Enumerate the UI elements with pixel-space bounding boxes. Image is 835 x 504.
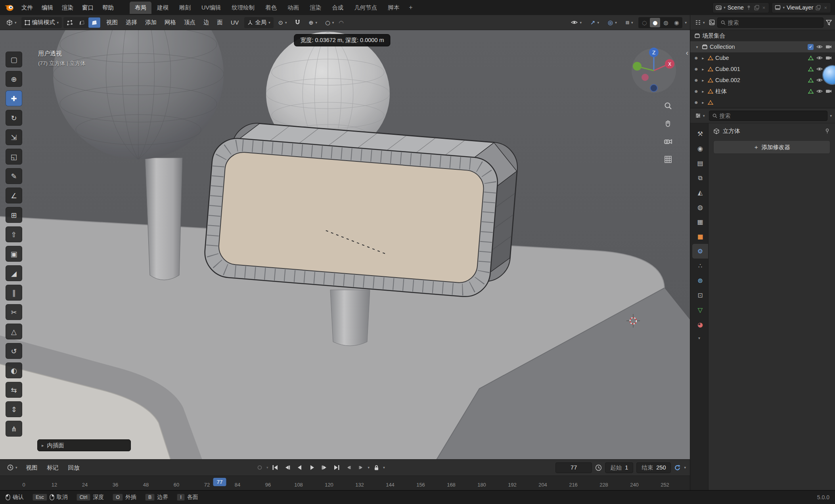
tool-move[interactable]: ✚ bbox=[6, 90, 22, 106]
outliner-row-cylinder[interactable]: ● ▸ 柱体 bbox=[690, 86, 835, 97]
outliner-row-cube[interactable]: ● ▸ Cube bbox=[690, 52, 835, 63]
viewport-canvas[interactable] bbox=[0, 30, 690, 459]
eye-icon[interactable] bbox=[816, 44, 823, 49]
tool-inset-faces[interactable]: ▣ bbox=[6, 246, 22, 262]
outliner-editor-type-button[interactable]: ▾ bbox=[693, 17, 707, 28]
properties-tab-physics[interactable]: ⊚ bbox=[692, 273, 708, 288]
properties-tab-object[interactable]: ■ bbox=[692, 229, 708, 244]
overlays-toggle[interactable]: ◎▾ bbox=[605, 17, 620, 28]
snap-toggle[interactable] bbox=[291, 17, 304, 28]
timeline-menu-marker[interactable]: 标记 bbox=[43, 462, 63, 473]
workspace-tab[interactable]: 着色 bbox=[260, 2, 282, 14]
expand-arrow-icon[interactable]: ▸ bbox=[700, 100, 706, 105]
workspace-tab[interactable]: UV编辑 bbox=[196, 2, 226, 14]
vertex-select-button[interactable] bbox=[64, 17, 76, 28]
viewport-menu[interactable]: 添加 bbox=[141, 17, 161, 28]
frame-step-back-button[interactable] bbox=[343, 462, 354, 473]
tool-annotate[interactable]: ✎ bbox=[6, 168, 22, 184]
expand-arrow-icon[interactable]: ▸ bbox=[700, 56, 706, 60]
snap-settings[interactable]: ⊕▾ bbox=[305, 17, 320, 28]
scene-selector[interactable]: ▾ Scene × bbox=[712, 2, 769, 13]
properties-search-input[interactable] bbox=[720, 113, 824, 119]
tool-bevel[interactable]: ◢ bbox=[6, 265, 22, 281]
topbar-menu[interactable]: 编辑 bbox=[38, 2, 57, 13]
workspace-tab[interactable]: 渲染 bbox=[305, 2, 326, 14]
mode-selector[interactable]: 编辑模式 ▾ bbox=[21, 17, 62, 28]
properties-tab-particles[interactable]: ∴ bbox=[692, 259, 708, 273]
timeline-editor-type-button[interactable]: ▾ bbox=[4, 462, 21, 473]
camera-view-button[interactable] bbox=[661, 134, 676, 149]
properties-tab-scene[interactable]: ◭ bbox=[692, 185, 708, 200]
tool-spin[interactable]: ↺ bbox=[6, 343, 22, 359]
lock-frame-toggle[interactable] bbox=[371, 462, 382, 473]
properties-tab-tool[interactable]: ⚒ bbox=[692, 126, 708, 141]
outliner-row-cube-001[interactable]: ● ▸ Cube.001 bbox=[690, 63, 835, 75]
zoom-button[interactable] bbox=[661, 98, 676, 113]
pedestal-cylinder[interactable] bbox=[145, 158, 182, 280]
camera-icon[interactable] bbox=[825, 44, 832, 49]
viewlayer-selector[interactable]: ▾ ViewLayer × bbox=[772, 2, 831, 13]
proportional-edit-toggle[interactable]: ○▾ bbox=[322, 17, 337, 28]
properties-tab-material[interactable]: ◕ bbox=[692, 317, 708, 332]
visibility-dropdown[interactable]: ▾ bbox=[568, 17, 585, 28]
workspace-tab[interactable]: 脚本 bbox=[383, 2, 404, 14]
tool-select-box[interactable]: ▢ bbox=[6, 52, 22, 67]
properties-editor-type-button[interactable]: ▾ bbox=[693, 110, 707, 121]
face-select-button[interactable] bbox=[88, 17, 100, 28]
outliner-row-scene-collection[interactable]: 场景集合 bbox=[690, 30, 835, 41]
workspace-tab[interactable]: 建模 bbox=[152, 2, 174, 14]
workspace-tab[interactable]: 几何节点 bbox=[349, 2, 382, 14]
properties-tab-constraints[interactable]: ⊡ bbox=[692, 288, 708, 303]
outliner-search-input[interactable] bbox=[728, 19, 820, 26]
collection-checkbox[interactable]: ✓ bbox=[808, 44, 814, 50]
editor-type-button[interactable]: ▾ bbox=[3, 17, 20, 28]
new-scene-icon[interactable] bbox=[754, 5, 760, 11]
expand-arrow-icon[interactable]: ▸ bbox=[700, 89, 706, 94]
shading-wireframe-button[interactable]: ◌ bbox=[639, 18, 649, 27]
properties-tab-data[interactable]: ▽ bbox=[692, 303, 708, 317]
outliner-row-partial[interactable]: ● ▸ bbox=[690, 97, 835, 108]
blender-logo[interactable] bbox=[4, 3, 14, 12]
orthographic-toggle-button[interactable] bbox=[661, 152, 676, 167]
jump-to-end-button[interactable] bbox=[331, 462, 342, 473]
add-workspace-button[interactable]: + bbox=[405, 2, 416, 13]
camera-icon[interactable] bbox=[825, 89, 832, 94]
outliner-search[interactable] bbox=[717, 17, 824, 28]
viewport-menu[interactable]: UV bbox=[227, 17, 243, 28]
viewport-menu[interactable]: 面 bbox=[213, 17, 227, 28]
viewport-menu[interactable]: 网格 bbox=[161, 17, 180, 28]
tool-smooth[interactable]: ◐ bbox=[6, 362, 22, 378]
use-preview-range-icon[interactable] bbox=[595, 464, 602, 471]
camera-icon[interactable] bbox=[825, 56, 832, 60]
tool-shrink-fatten[interactable]: ⇕ bbox=[6, 401, 22, 417]
viewport-menu[interactable]: 选择 bbox=[122, 17, 141, 28]
auto-keying-toggle[interactable] bbox=[254, 462, 265, 473]
tool-cursor[interactable]: ⊕ bbox=[6, 71, 22, 87]
tool-poly-build[interactable]: △ bbox=[6, 324, 22, 339]
next-keyframe-button[interactable] bbox=[319, 462, 330, 473]
topbar-menu[interactable]: 帮助 bbox=[98, 2, 118, 13]
tool-add-cube[interactable]: ⊞ bbox=[6, 207, 22, 223]
frame-start-field[interactable]: 起始1 bbox=[605, 462, 633, 473]
properties-tab-modifiers[interactable]: ⚙ bbox=[692, 244, 708, 259]
tool-loop-cut[interactable]: ∥ bbox=[6, 285, 22, 301]
shading-material-button[interactable]: ◍ bbox=[661, 18, 671, 27]
collapse-arrow-icon[interactable]: ▾ bbox=[694, 45, 700, 49]
timeline-playhead[interactable]: 77 bbox=[213, 478, 226, 486]
pan-hand-button[interactable] bbox=[661, 116, 676, 131]
add-modifier-button[interactable]: ＋ 添加修改器 bbox=[713, 140, 830, 154]
workspace-tab[interactable]: 合成 bbox=[327, 2, 349, 14]
viewport-menu[interactable]: 顶点 bbox=[180, 17, 199, 28]
xray-toggle[interactable]: ⧈▾ bbox=[622, 17, 636, 28]
eye-icon[interactable] bbox=[816, 67, 823, 71]
edge-select-button[interactable] bbox=[76, 17, 88, 28]
timeline-menu-playback[interactable]: 回放 bbox=[64, 462, 84, 473]
sign-post-cylinder[interactable] bbox=[330, 290, 370, 346]
topbar-menu[interactable]: 文件 bbox=[17, 2, 37, 13]
navigation-gizmo[interactable]: Z X bbox=[630, 47, 678, 94]
display-mode-icon[interactable] bbox=[709, 19, 715, 25]
sign-box[interactable] bbox=[203, 120, 519, 300]
pivot-point-selector[interactable]: ⊙▾ bbox=[275, 17, 290, 28]
gizmo-neg-x-axis[interactable] bbox=[642, 74, 649, 81]
tool-extrude-region[interactable]: ⇧ bbox=[6, 226, 22, 242]
